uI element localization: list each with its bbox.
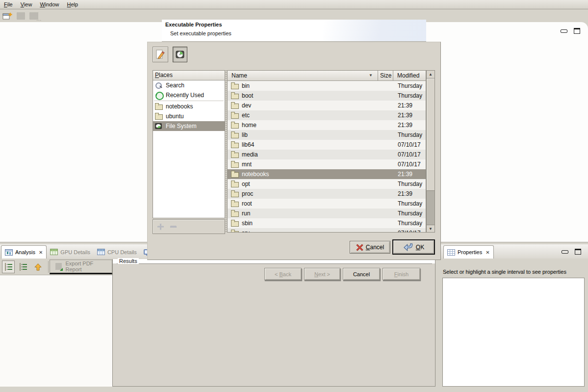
minimize-icon[interactable] [561,29,567,33]
view-tab[interactable]: Analysis ✕ [1,245,47,259]
file-name: etc [242,112,250,119]
wizard-subtitle: Set executable properties [170,30,231,36]
file-name: srv [242,230,250,232]
folder-icon [231,151,239,158]
properties-hint-text: Select or highlight a single interval to… [443,269,586,275]
file-row[interactable]: root Thursday [228,199,426,209]
file-row[interactable]: proc 21:39 [228,189,426,199]
minimize-icon[interactable] [562,250,568,254]
file-modified: 07/10/17 [398,161,421,168]
place-item[interactable]: File System [153,121,225,131]
place-item[interactable]: Recently Used [153,90,225,100]
tab-close-icon[interactable]: ✕ [486,250,489,255]
view-tab[interactable]: GPU Details ✕ [47,245,94,259]
menu-item[interactable]: Help [63,0,82,8]
cancel-button[interactable]: Cancel [350,241,390,254]
unguided-analysis-button[interactable] [17,261,29,273]
guided-analysis-button[interactable] [2,261,15,273]
wizard-button-bar: < BackNext >CancelFinish [264,268,420,280]
ok-button[interactable]: OK [392,239,435,255]
folder-icon [231,161,239,168]
file-row[interactable]: media 07/10/17 [228,150,426,159]
folder-icon [231,112,239,119]
add-bookmark-button[interactable] [157,224,164,230]
tab-close-icon[interactable]: ✕ [39,250,43,255]
wizard-button[interactable]: Cancel [343,268,380,280]
scroll-up-icon[interactable]: ▲ [427,71,435,78]
wizard-button[interactable]: Next > [304,268,340,280]
file-name: dev [242,102,251,109]
column-header-size[interactable]: Size [378,71,393,81]
tab-properties[interactable]: Properties ✕ [443,245,494,259]
wizard-button[interactable]: < Back [264,268,302,280]
file-row[interactable]: bin Thursday [228,81,426,91]
file-row[interactable]: srv 07/10/17 [228,228,426,232]
folder-icon [231,102,239,109]
menu-item[interactable]: View [17,0,36,8]
file-name: bin [242,82,250,89]
places-header[interactable]: Places [153,71,225,80]
file-name: media [242,151,258,158]
maximize-icon[interactable] [575,249,581,255]
place-item[interactable]: notebooks [153,102,225,111]
view-tab[interactable]: CPU Details ✕ [94,245,140,259]
place-icon [155,82,163,89]
scrollbar-thumb[interactable] [427,78,435,191]
file-row[interactable]: home 21:39 [228,120,426,130]
file-modified: Thursday [398,220,422,227]
pane-resize-handle[interactable] [226,70,227,233]
place-icon [155,103,163,110]
menu-label: ile [7,1,13,7]
file-row[interactable]: lib Thursday [228,130,426,140]
disabled-toolbar-button[interactable] [17,12,25,20]
place-item[interactable]: Search [153,80,225,90]
maximize-icon[interactable] [574,28,580,34]
file-row[interactable]: dev 21:39 [228,101,426,110]
editor-window-controls [561,28,580,34]
tab-label: Analysis [15,249,35,255]
type-filename-button[interactable] [153,47,168,62]
scroll-down-icon[interactable]: ▼ [427,225,435,232]
menu-item[interactable]: Window [36,0,63,8]
place-label: Search [166,82,184,89]
file-system-view-button[interactable] [173,47,187,62]
places-list: Search Recently Used notebooks ubuntu [153,80,225,131]
file-modified: 21:39 [398,102,412,109]
file-row[interactable]: lib64 07/10/17 [228,140,426,150]
column-header-name[interactable]: Name▼ [228,71,378,81]
file-modified: Thursday [398,200,422,207]
file-row[interactable]: boot Thursday [228,91,426,101]
remove-bookmark-button[interactable] [170,226,177,228]
file-modified: 21:39 [398,122,412,129]
toolbar-separator [48,261,49,273]
menu-item[interactable]: File [0,0,17,8]
export-pdf-button[interactable]: Export PDF Report [50,260,112,274]
place-icon [155,123,163,130]
place-item[interactable]: ubuntu [153,111,225,121]
file-list-scrollbar[interactable]: ▲ ▼ [426,70,435,233]
wizard-header: Executable Properties Set executable pro… [162,20,426,42]
file-row[interactable]: run Thursday [228,209,426,218]
wizard-button[interactable]: Finish [383,268,420,280]
file-row[interactable]: etc 21:39 [228,110,426,120]
file-modified: 07/10/17 [398,151,421,158]
file-row[interactable]: opt Thursday [228,179,426,189]
guided-list-icon [4,263,13,271]
place-icon [155,92,163,99]
menu-bar: FileViewWindowHelp [0,0,588,9]
column-header-modified[interactable]: Modified [393,71,426,81]
folder-icon [231,171,239,178]
file-row[interactable]: sbin Thursday [228,218,426,228]
up-level-button[interactable] [31,261,44,273]
file-name: lib64 [242,141,254,148]
new-session-button[interactable] [2,12,12,21]
menu-label: elp [71,1,78,7]
tab-icon [50,249,58,255]
tab-label: GPU Details [60,249,90,255]
file-row[interactable]: mnt 07/10/17 [228,159,426,169]
properties-window-controls [562,249,581,255]
disabled-toolbar-dropdown-button[interactable]: ... [29,12,38,20]
folder-icon [231,181,239,187]
folder-icon [231,92,239,99]
file-row[interactable]: notebooks 21:39 [228,169,426,179]
